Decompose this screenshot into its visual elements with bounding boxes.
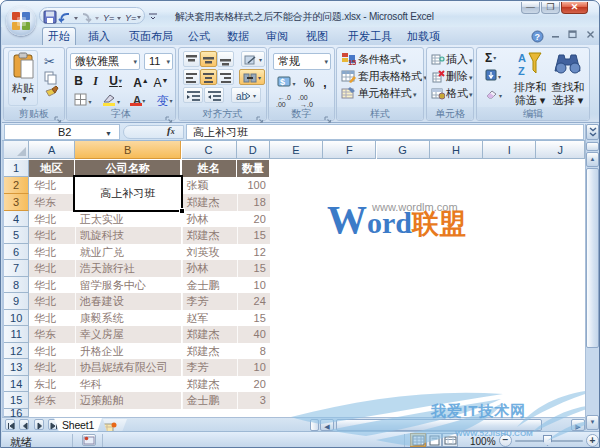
svg-text:ab: ab — [236, 91, 248, 102]
svg-text:A: A — [518, 52, 526, 64]
svg-text:?: ? — [535, 32, 541, 42]
svg-text:Y=: Y= — [103, 13, 114, 23]
svg-text:.00: .00 — [276, 101, 286, 108]
svg-text:.00: .00 — [298, 94, 308, 101]
svg-text:Z: Z — [518, 65, 525, 77]
svg-text:✂: ✂ — [44, 54, 55, 69]
svg-text:$: $ — [280, 77, 285, 87]
svg-text:15: 15 — [348, 58, 356, 66]
svg-text:←.0: ←.0 — [278, 94, 291, 101]
svg-text:→.0: →.0 — [300, 101, 313, 108]
svg-text:Y=: Y= — [125, 13, 136, 23]
